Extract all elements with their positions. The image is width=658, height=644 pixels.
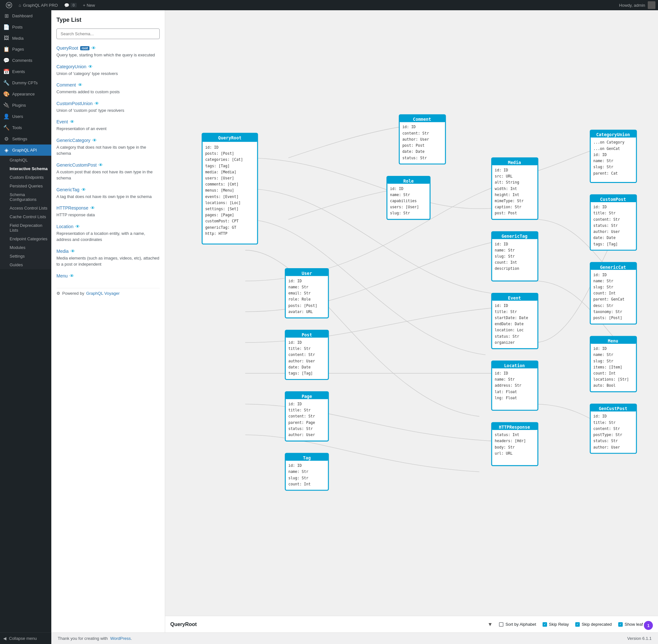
sidebar-item-dummy-cpts[interactable]: 🔧 Dummy CPTs <box>0 77 51 88</box>
sidebar-label-tools: Tools <box>12 125 48 130</box>
skip-deprecated-control[interactable]: Skip deprecated <box>575 622 612 627</box>
type-name-media[interactable]: Media <box>57 249 69 254</box>
sidebar-label-media: Media <box>12 36 48 41</box>
adminbar-right: Howdy, admin <box>619 1 655 9</box>
submenu-item-graphiql[interactable]: GraphiQL <box>0 156 51 164</box>
eye-icon-categoryunion[interactable]: 👁 <box>88 64 93 69</box>
type-name-genericcustompost[interactable]: GenericCustomPost <box>57 162 96 167</box>
type-name-genericcategory[interactable]: GenericCategory <box>57 138 90 143</box>
plus-icon: + <box>83 3 86 8</box>
svg-text:Page: Page <box>302 394 312 399</box>
notification-badge[interactable]: 1 <box>644 621 653 630</box>
sidebar-item-users[interactable]: 👤 Users <box>0 111 51 122</box>
svg-text:author: User: author: User <box>402 137 429 142</box>
submenu-item-schema-configurations[interactable]: Schema Configurations <box>0 190 51 204</box>
submenu-item-custom-endpoints[interactable]: Custom Endpoints <box>0 173 51 182</box>
wordpress-link[interactable]: WordPress <box>110 636 131 641</box>
sidebar-item-comments[interactable]: 💬 Comments <box>0 55 51 66</box>
dashboard-icon: ⊞ <box>3 13 9 19</box>
adminbar-home[interactable]: ⌂ GraphQL API PRO <box>15 0 61 10</box>
type-name-menu[interactable]: Menu <box>57 273 68 278</box>
type-name-comment[interactable]: Comment <box>57 82 76 88</box>
submenu-item-persisted-queries[interactable]: Persisted Queries <box>0 182 51 190</box>
svg-text:postType: Str: postType: Str <box>593 433 622 437</box>
svg-text:description: description <box>495 266 519 271</box>
type-name-custompostunion[interactable]: CustomPostUnion <box>57 101 93 106</box>
type-name-event[interactable]: Event <box>57 119 68 124</box>
eye-icon-queryroot[interactable]: 👁 <box>91 46 96 51</box>
submenu-item-guides[interactable]: Guides <box>0 260 51 269</box>
sidebar-item-media[interactable]: 🖼 Media <box>0 33 51 44</box>
eye-icon-custompostunion[interactable]: 👁 <box>94 101 99 106</box>
eye-icon-generictag[interactable]: 👁 <box>82 187 86 192</box>
submenu-item-interactive-schema[interactable]: Interactive Schema <box>0 164 51 173</box>
adminbar-comments[interactable]: 💬 0 <box>61 0 80 10</box>
svg-text:id: ID: id: ID <box>205 145 219 150</box>
submenu-item-modules[interactable]: Modules <box>0 243 51 252</box>
svg-text:http: HTTP: http: HTTP <box>205 231 227 236</box>
type-name-location[interactable]: Location <box>57 224 73 229</box>
submenu-item-field-deprecation-lists[interactable]: Field Deprecation Lists <box>0 221 51 234</box>
svg-text:posts: [Post]: posts: [Post] <box>205 151 234 156</box>
sidebar-item-settings[interactable]: ⚙ Settings <box>0 133 51 144</box>
sidebar-item-pages[interactable]: 📋 Pages <box>0 44 51 55</box>
skip-relay-checkbox[interactable] <box>543 622 547 627</box>
skip-relay-control[interactable]: Skip Relay <box>543 622 569 627</box>
type-desc-genericcategory: A category that does not have its own ty… <box>57 144 160 157</box>
settings-icon: ⚙ <box>3 136 9 142</box>
eye-icon-comment[interactable]: 👁 <box>78 82 82 88</box>
svg-text:users: [User]: users: [User] <box>205 176 234 180</box>
avatar[interactable] <box>648 1 655 9</box>
show-leaf-fields-checkbox[interactable] <box>618 622 623 627</box>
type-entry-header-queryroot: QueryRoot root 👁 <box>57 46 160 51</box>
sidebar-label-comments: Comments <box>12 58 48 63</box>
svg-text:status: Str: status: Str <box>402 156 427 160</box>
eye-icon-event[interactable]: 👁 <box>70 119 74 124</box>
comment-icon: 💬 <box>64 3 69 8</box>
svg-text:posts: [Post]: posts: [Post] <box>288 303 317 308</box>
query-root-label: QueryRoot <box>170 622 481 627</box>
sort-by-alphabet-control[interactable]: Sort by Alphabet <box>499 622 536 627</box>
version-label: Version 6.1.1 <box>627 636 652 641</box>
sidebar-item-plugins[interactable]: 🔌 Plugins <box>0 100 51 111</box>
submenu-item-endpoint-categories[interactable]: Endpoint Categories <box>0 234 51 243</box>
submenu-item-cache-control-lists[interactable]: Cache Control Lists <box>0 212 51 221</box>
eye-icon-httpresponse[interactable]: 👁 <box>90 205 95 210</box>
svg-text:post: Post: post: Post <box>402 143 424 148</box>
sidebar-item-appearance[interactable]: 🎨 Appearance <box>0 88 51 100</box>
sidebar-item-posts[interactable]: 📄 Posts <box>0 21 51 33</box>
type-name-queryroot[interactable]: QueryRoot <box>57 46 78 51</box>
collapse-menu-button[interactable]: ◀ Collapse menu <box>0 632 51 644</box>
type-name-httpresponse[interactable]: HTTPResponse <box>57 205 88 210</box>
sidebar-label-users: Users <box>12 114 48 119</box>
type-name-generictag[interactable]: GenericTag <box>57 187 80 192</box>
type-entry-queryroot: QueryRoot root 👁 Query type, starting fr… <box>57 46 160 58</box>
svg-text:slug: Str: slug: Str <box>593 285 613 289</box>
search-schema-input[interactable] <box>57 28 160 39</box>
skip-deprecated-checkbox[interactable] <box>575 622 580 627</box>
svg-text:lat: Float: lat: Float <box>495 390 517 394</box>
type-entry-httpresponse: HTTPResponse 👁 HTTP response data <box>57 205 160 218</box>
sidebar-item-graphql-api[interactable]: ◈ GraphQL API <box>0 144 51 156</box>
eye-icon-genericcategory[interactable]: 👁 <box>92 138 97 143</box>
graphql-voyager-link[interactable]: GraphQL Voyager <box>86 291 119 296</box>
chevron-down-icon[interactable]: ▼ <box>488 622 493 627</box>
svg-text:genericTag: GT: genericTag: GT <box>205 225 236 230</box>
eye-icon-location[interactable]: 👁 <box>75 224 80 229</box>
svg-text:Post: Post <box>302 332 312 337</box>
submenu-item-settings-sub[interactable]: Settings <box>0 252 51 260</box>
sidebar-item-tools[interactable]: 🔨 Tools <box>0 122 51 133</box>
eye-icon-genericcustompost[interactable]: 👁 <box>98 162 103 167</box>
type-name-categoryunion[interactable]: CategoryUnion <box>57 64 86 69</box>
adminbar-new[interactable]: + New <box>80 0 98 10</box>
sidebar-item-dashboard[interactable]: ⊞ Dashboard <box>0 10 51 21</box>
submenu-item-access-control-lists[interactable]: Access Control Lists <box>0 204 51 212</box>
eye-icon-menu[interactable]: 👁 <box>70 273 74 278</box>
wp-logo[interactable]: W <box>3 2 15 8</box>
sidebar-label-graphql-api: GraphQL API <box>12 148 48 153</box>
sort-by-alphabet-checkbox[interactable] <box>499 622 503 627</box>
svg-text:GenericTag: GenericTag <box>502 234 527 239</box>
eye-icon-media[interactable]: 👁 <box>70 249 75 254</box>
svg-text:src: URL: src: URL <box>495 174 513 179</box>
sidebar-item-events[interactable]: 📅 Events <box>0 66 51 77</box>
